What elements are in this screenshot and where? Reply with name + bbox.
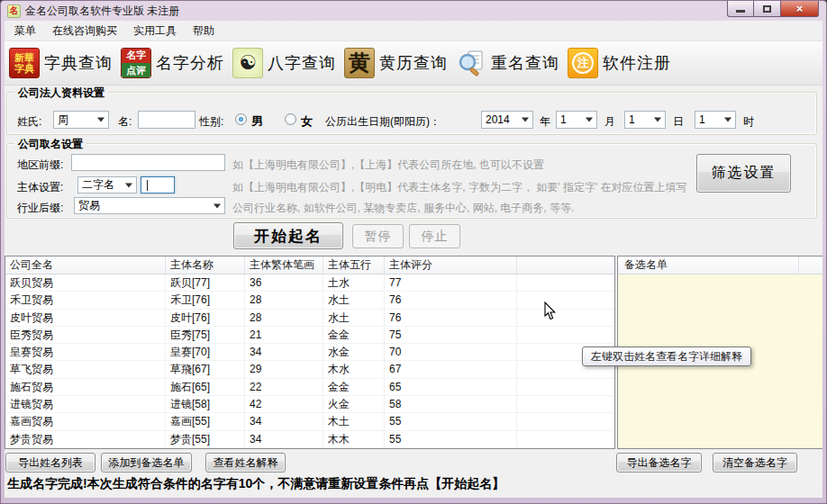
gender-label: 性别:: [199, 114, 223, 130]
bazi-taiji-icon: ☯: [232, 48, 263, 78]
tooltip: 左键双击姓名查看名字详细解释: [582, 346, 751, 366]
candidate-list-header[interactable]: 备选名单: [618, 256, 822, 274]
table-row[interactable]: 禾卫贸易禾卫[76]28水土76: [5, 292, 614, 309]
table-cell: 水土: [323, 310, 385, 326]
view-name-explanation-button[interactable]: 查看姓名解释: [205, 453, 286, 472]
table-cell: [517, 431, 614, 447]
column-header-subject[interactable]: 主体名称: [166, 256, 245, 274]
table-cell: [517, 310, 614, 326]
table-cell: 嘉画[55]: [166, 413, 245, 429]
chevron-down-icon: [125, 183, 132, 187]
toolbar-button-almanac[interactable]: 黄 黄历查询: [344, 48, 448, 78]
column-header-fullname[interactable]: 公司全名: [5, 256, 166, 274]
export-candidates-button[interactable]: 导出备选名字: [616, 453, 702, 472]
menu-item-help[interactable]: 帮助: [185, 21, 223, 41]
gender-male-radio[interactable]: [235, 113, 247, 125]
table-cell: 土水: [323, 274, 385, 291]
column-header-empty: [517, 256, 614, 274]
table-cell: 76: [385, 310, 517, 326]
table-cell: 施石[65]: [166, 379, 245, 395]
industry-hint: 公司行业名称, 如软件公司, 某物专卖店, 服务中心, 网站, 电子商务, 等等…: [232, 201, 574, 216]
table-cell: 臣秀贸易: [5, 327, 166, 343]
column-header-score[interactable]: 主体评分: [385, 256, 517, 274]
birth-date-label: 公历出生日期(即阳历)：: [325, 114, 441, 130]
results-table[interactable]: 公司全名 主体名称 主体繁体笔画 主体五行 主体评分 跃贝贸易跃贝[77]36土…: [5, 256, 615, 449]
region-prefix-input[interactable]: [71, 154, 225, 171]
toolbar-button-name-analysis[interactable]: 名字点评 名字分析: [121, 48, 224, 78]
industry-suffix-select[interactable]: 贸易: [74, 197, 225, 214]
filter-settings-button[interactable]: 筛选设置: [696, 154, 791, 193]
minimize-button[interactable]: [727, 1, 754, 17]
toolbar-button-dictionary[interactable]: 新華字典 字典查询: [9, 48, 113, 78]
almanac-icon: 黄: [344, 48, 375, 78]
results-table-header[interactable]: 公司全名 主体名称 主体繁体笔画 主体五行 主体评分: [5, 256, 614, 274]
window-title: 金名公司取名软件专业版 未注册: [25, 4, 179, 19]
birth-day-select[interactable]: 1: [624, 111, 666, 129]
status-text: 生成名字完成!本次生成符合条件的名字有10个，不满意请重新设置条件再点【开始起名…: [7, 476, 818, 492]
subject-hint: 如【上海明电有限公司】,【明电】代表主体名字, 字数为二字， 如要' 指定字' …: [232, 180, 687, 195]
text-caret: [147, 180, 148, 191]
hour-unit-label: 时: [743, 114, 754, 130]
gender-female-radio[interactable]: [285, 113, 296, 125]
magnifier-icon: [456, 48, 486, 78]
toolbar-button-register[interactable]: 注 软件注册: [568, 48, 671, 78]
table-row[interactable]: 进镜贸易进镜[58]42火金58: [5, 396, 614, 413]
dictionary-icon: 新華字典: [9, 48, 40, 78]
table-cell: 臣秀[75]: [166, 327, 245, 343]
maximize-button[interactable]: [754, 1, 781, 17]
start-naming-button[interactable]: 开始起名: [233, 222, 343, 249]
clear-candidates-button[interactable]: 清空备选名字: [713, 453, 797, 472]
table-cell: 木水: [323, 361, 385, 377]
table-row[interactable]: 嘉画贸易嘉画[55]34木土55: [5, 413, 614, 430]
table-cell: 皮叶贸易: [5, 310, 166, 326]
table-cell: 梦贵[55]: [166, 431, 245, 447]
table-row[interactable]: 皇赛贸易皇赛[70]34水金70: [5, 344, 614, 361]
table-cell: 34: [245, 344, 323, 360]
close-button[interactable]: ×: [781, 1, 819, 17]
surname-select[interactable]: 周: [53, 111, 109, 129]
subject-type-select[interactable]: 二字名: [77, 176, 137, 194]
table-cell: 34: [245, 431, 323, 447]
table-cell: 梦贵贸易: [5, 431, 166, 447]
toolbar-button-bazi[interactable]: ☯ 八字查询: [232, 48, 336, 78]
table-row[interactable]: 皮叶贸易皮叶[76]28水土76: [5, 310, 614, 327]
table-row[interactable]: 梦贵贸易梦贵[55]34木木55: [5, 431, 614, 448]
table-cell: 金金: [323, 379, 385, 395]
table-cell: 施石贸易: [5, 379, 166, 395]
app-window: 名 金名公司取名软件专业版 未注册 × 菜单 在线咨询购买 实用工具 帮助 新華…: [0, 0, 827, 504]
table-row[interactable]: 跃贝贸易跃贝[77]36土水77: [5, 274, 614, 292]
table-row[interactable]: 臣秀贸易臣秀[75]21金金75: [5, 327, 614, 344]
column-header-wuxing[interactable]: 主体五行: [323, 256, 385, 274]
gender-male-label: 男: [251, 113, 263, 130]
month-unit-label: 月: [604, 114, 615, 130]
surname-label: 姓氏:: [17, 114, 41, 130]
table-cell: 金金: [323, 327, 385, 343]
toolbar-label: 字典查询: [44, 52, 113, 74]
birth-year-select[interactable]: 2014: [481, 111, 533, 129]
table-cell: 36: [245, 274, 323, 291]
subject-char-input[interactable]: [141, 176, 175, 194]
year-unit-label: 年: [540, 114, 550, 130]
column-header-strokes[interactable]: 主体繁体笔画: [245, 256, 323, 274]
menu-item-tools[interactable]: 实用工具: [125, 21, 185, 41]
given-name-input[interactable]: [138, 111, 195, 129]
radio-selected-dot: [239, 117, 243, 122]
birth-month-select[interactable]: 1: [556, 111, 597, 129]
export-name-list-button[interactable]: 导出姓名列表: [5, 453, 95, 472]
table-row[interactable]: 施石贸易施石[65]22金金65: [5, 379, 614, 396]
birth-hour-select[interactable]: 1: [695, 111, 736, 129]
table-row[interactable]: 草飞贸易草飛[67]29木水67: [5, 361, 614, 378]
table-cell: 22: [245, 379, 323, 395]
add-to-candidates-button[interactable]: 添加到备选名单: [101, 453, 192, 472]
toolbar-button-duplicate-name[interactable]: 重名查询: [456, 48, 559, 78]
table-cell: [517, 413, 614, 429]
titlebar[interactable]: 名 金名公司取名软件专业版 未注册 ×: [1, 1, 826, 21]
minimize-icon: [736, 10, 745, 13]
given-name-label: 名:: [118, 114, 132, 130]
menu-item-purchase[interactable]: 在线咨询购买: [44, 21, 125, 41]
table-cell: 火金: [323, 396, 385, 412]
toolbar-label: 黄历查询: [379, 52, 448, 74]
table-cell: 跃贝贸易: [5, 274, 166, 291]
table-cell: 77: [385, 274, 517, 291]
menu-item-main[interactable]: 菜单: [6, 21, 44, 41]
